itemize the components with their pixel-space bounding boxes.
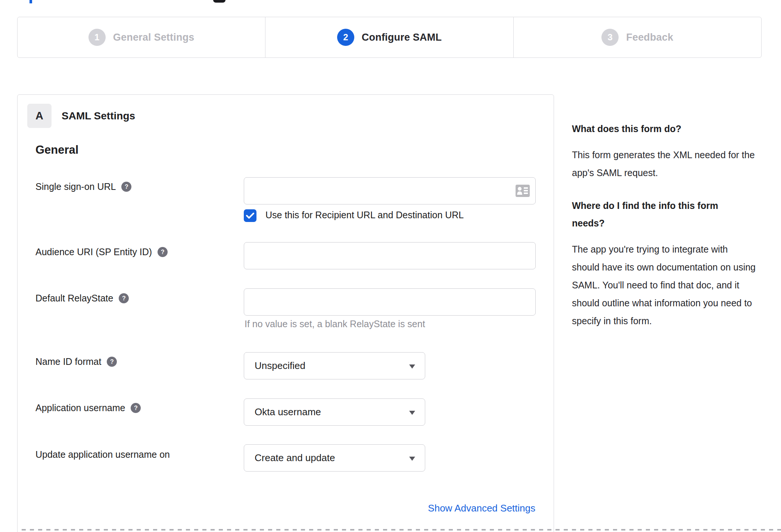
- step-2-label: Configure SAML: [362, 32, 442, 43]
- help-body-what: This form generates the XML needed for t…: [572, 146, 756, 182]
- show-advanced-settings-link[interactable]: Show Advanced Settings: [428, 503, 535, 514]
- default-relaystate-help-icon[interactable]: [119, 293, 129, 303]
- step-3-circle: 3: [601, 29, 619, 46]
- step-configure-saml[interactable]: 2 Configure SAML: [265, 17, 513, 57]
- step-general-settings[interactable]: 1 General Settings: [18, 17, 265, 57]
- help-body-where: The app you're trying to integrate with …: [572, 240, 756, 330]
- application-username-label-row: Application username: [35, 403, 141, 413]
- step-feedback[interactable]: 3 Feedback: [513, 17, 761, 57]
- update-app-username-value: Create and update: [255, 452, 335, 464]
- clipped-header-fragment-blue: [29, 0, 32, 3]
- step-3-label: Feedback: [626, 32, 673, 43]
- help-section-what: What does this form do? This form genera…: [572, 120, 756, 182]
- application-username-value: Okta username: [255, 406, 321, 418]
- update-app-username-label: Update application username on: [35, 449, 170, 460]
- section-a-badge: A: [27, 104, 52, 128]
- audience-uri-input[interactable]: [244, 242, 536, 269]
- default-relaystate-label-row: Default RelayState: [35, 293, 129, 304]
- panel-header: A SAML Settings: [27, 104, 135, 128]
- sso-url-label: Single sign-on URL: [35, 181, 116, 192]
- general-group-heading: General: [35, 143, 78, 157]
- default-relaystate-input[interactable]: [244, 288, 536, 316]
- audience-uri-label-row: Audience URI (SP Entity ID): [35, 247, 168, 257]
- step-1-circle: 1: [88, 29, 106, 46]
- chevron-down-icon: [409, 457, 415, 461]
- chevron-down-icon: [409, 364, 415, 369]
- name-id-format-value: Unspecified: [255, 360, 305, 372]
- name-id-format-help-icon[interactable]: [107, 357, 117, 367]
- audience-uri-label: Audience URI (SP Entity ID): [35, 247, 152, 257]
- default-relaystate-label: Default RelayState: [35, 293, 113, 304]
- recipient-url-checkbox[interactable]: [244, 209, 256, 222]
- chevron-down-icon: [409, 411, 415, 415]
- update-app-username-select[interactable]: Create and update: [244, 444, 425, 472]
- saml-settings-panel: A SAML Settings General Single sign-on U…: [17, 94, 554, 532]
- section-title: SAML Settings: [62, 110, 135, 122]
- audience-uri-help-icon[interactable]: [158, 247, 168, 257]
- name-id-format-select[interactable]: Unspecified: [244, 352, 425, 379]
- application-username-select[interactable]: Okta username: [244, 398, 425, 426]
- configure-saml-page: 1 General Settings 2 Configure SAML 3 Fe…: [0, 0, 781, 532]
- help-heading-what: What does this form do?: [572, 120, 756, 138]
- update-app-username-label-row: Update application username on: [35, 449, 170, 460]
- name-id-format-label-row: Name ID format: [35, 356, 117, 367]
- sso-url-input-wrap: [244, 177, 536, 204]
- sso-url-label-row: Single sign-on URL: [35, 181, 131, 192]
- help-section-where: Where do I find the info this form needs…: [572, 197, 756, 330]
- sso-url-input[interactable]: [244, 177, 536, 204]
- step-2-circle: 2: [337, 29, 354, 46]
- help-heading-where: Where do I find the info this form needs…: [572, 197, 744, 232]
- default-relaystate-helper-text: If no value is set, a blank RelayState i…: [245, 319, 425, 329]
- checkmark-icon: [246, 212, 254, 219]
- sso-url-help-icon[interactable]: [121, 182, 131, 192]
- wizard-stepper: 1 General Settings 2 Configure SAML 3 Fe…: [17, 17, 762, 58]
- application-username-help-icon[interactable]: [131, 403, 141, 413]
- application-username-label: Application username: [35, 403, 125, 413]
- name-id-format-label: Name ID format: [35, 356, 101, 367]
- clipped-header-fragment-black: [213, 0, 225, 3]
- bottom-dashed-divider: [22, 529, 781, 531]
- step-1-label: General Settings: [113, 32, 195, 43]
- recipient-url-checkbox-label[interactable]: Use this for Recipient URL and Destinati…: [265, 210, 464, 220]
